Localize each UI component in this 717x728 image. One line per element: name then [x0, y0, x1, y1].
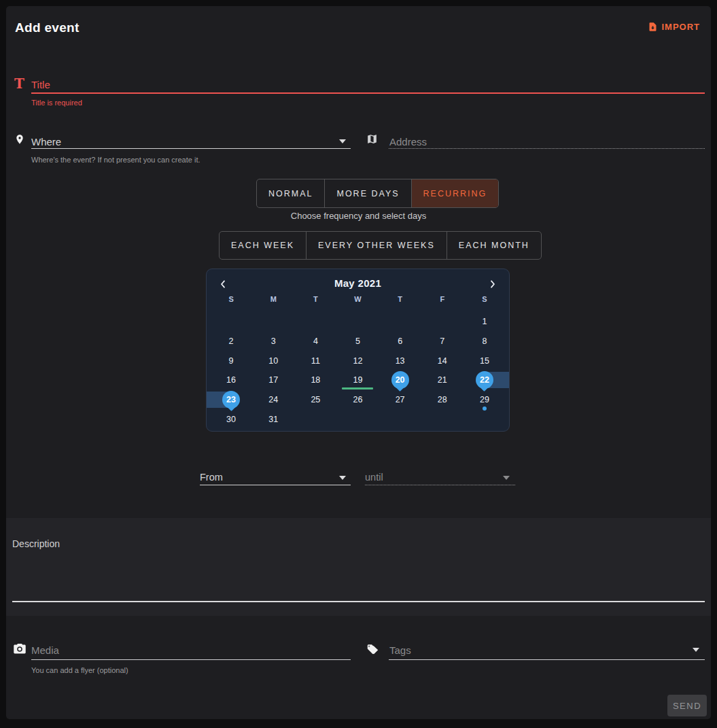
calendar-day[interactable]: 2: [210, 332, 252, 351]
calendar-weekday: W: [336, 295, 379, 303]
frequency-caption: Choose frequency and select days: [6, 211, 711, 221]
description-underline: [12, 601, 705, 602]
calendar-day-number: 14: [438, 356, 447, 366]
calendar-day[interactable]: 4: [294, 332, 336, 351]
calendar-month-title: May 2021: [207, 277, 509, 289]
until-select[interactable]: until: [365, 472, 383, 483]
import-button[interactable]: IMPORT: [648, 21, 700, 33]
frequency-each-month[interactable]: EACH MONTH: [447, 232, 541, 259]
tags-dropdown-caret[interactable]: [693, 648, 699, 652]
calendar-day[interactable]: 7: [421, 332, 464, 351]
calendar-day-number: 29: [480, 395, 489, 404]
calendar-weekday: T: [294, 295, 336, 303]
tags-select[interactable]: Tags: [389, 644, 411, 656]
calendar-day-empty: [379, 312, 421, 332]
where-select[interactable]: Where: [31, 136, 61, 148]
calendar-day-empty: [294, 409, 336, 429]
calendar-day-number: 8: [482, 336, 487, 346]
calendar-day-number: 18: [311, 375, 320, 385]
send-button[interactable]: SEND: [667, 695, 707, 716]
calendar-weekday-header: SMTWTFS: [210, 295, 506, 303]
calendar-day[interactable]: 23: [210, 390, 252, 410]
calendar-day-empty: [421, 409, 464, 429]
calendar-day[interactable]: 30: [210, 409, 252, 429]
address-underline: [389, 148, 705, 149]
calendar-day[interactable]: 18: [294, 370, 336, 390]
calendar-day[interactable]: 1: [464, 312, 506, 332]
calendar-day[interactable]: 5: [336, 332, 379, 351]
calendar-day[interactable]: 21: [421, 370, 464, 390]
calendar-day[interactable]: 3: [252, 332, 294, 351]
calendar-day[interactable]: 13: [379, 351, 421, 370]
calendar-day[interactable]: 17: [252, 370, 294, 390]
calendar-day[interactable]: 15: [464, 351, 506, 370]
calendar-day[interactable]: 25: [294, 390, 336, 410]
calendar-day[interactable]: 31: [252, 409, 294, 429]
calendar-day[interactable]: 9: [210, 351, 252, 370]
tab-normal[interactable]: NORMAL: [257, 179, 324, 207]
calendar-day[interactable]: 11: [294, 351, 336, 370]
calendar-weekday: F: [421, 295, 464, 303]
calendar-day-empty: [336, 409, 379, 429]
calendar-day[interactable]: 16: [210, 370, 252, 390]
calendar-day-number: 2: [229, 336, 234, 346]
calendar-day[interactable]: 12: [336, 351, 379, 370]
calendar-day-number: 25: [311, 395, 320, 404]
calendar-day[interactable]: 27: [379, 390, 421, 410]
calendar-day[interactable]: 19: [336, 370, 379, 390]
calendar-day[interactable]: 24: [252, 390, 294, 410]
calendar-day-number: 10: [268, 356, 278, 366]
calendar-day[interactable]: 6: [379, 332, 421, 351]
calendar-day-number: 24: [268, 395, 278, 404]
from-dropdown-caret[interactable]: [339, 476, 346, 480]
from-select[interactable]: From: [200, 472, 223, 483]
location-pin-icon: [14, 133, 25, 146]
file-import-icon: [648, 21, 658, 33]
calendar-day-selected[interactable]: 20: [391, 371, 409, 389]
tab-more-days[interactable]: MORE DAYS: [324, 179, 410, 207]
calendar-day-empty: [252, 312, 294, 332]
calendar-day-number: 12: [353, 356, 363, 366]
calendar-day-number: 27: [396, 395, 405, 404]
calendar-day-number: 7: [440, 336, 444, 346]
title-icon: T: [14, 77, 24, 90]
calendar-day-number: 31: [268, 415, 278, 424]
address-input[interactable]: Address: [389, 136, 427, 148]
frequency-each-week[interactable]: EACH WEEK: [220, 232, 306, 259]
calendar-day[interactable]: 14: [421, 351, 464, 370]
calendar-day-grid: 1234567891011121314151617181920212223242…: [210, 312, 506, 429]
tags-icon: [366, 644, 381, 656]
calendar-day-empty: [464, 409, 506, 429]
map-icon: [366, 133, 378, 145]
calendar-day-number: 17: [268, 375, 278, 385]
where-dropdown-caret[interactable]: [339, 139, 346, 143]
calendar-day-number: 9: [229, 356, 234, 366]
tab-recurring[interactable]: RECURRING: [411, 179, 499, 207]
calendar-day[interactable]: 29: [464, 390, 506, 410]
calendar-day[interactable]: 26: [336, 390, 379, 410]
calendar-day-number: 5: [355, 336, 360, 346]
page-title: Add event: [15, 20, 80, 35]
until-dropdown-caret: [503, 476, 510, 480]
calendar-day[interactable]: 20: [379, 370, 421, 390]
calendar-day-number: 28: [438, 395, 447, 404]
calendar-day[interactable]: 8: [464, 332, 506, 351]
calendar-day[interactable]: 10: [252, 351, 294, 370]
calendar-day-number: 13: [396, 356, 405, 366]
calendar-day-selected[interactable]: 22: [476, 371, 493, 389]
calendar-day-selected[interactable]: 23: [222, 391, 240, 409]
frequency-every-other-weeks[interactable]: EVERY OTHER WEEKS: [306, 232, 447, 259]
calendar-next-month-icon[interactable]: [485, 276, 501, 292]
media-input[interactable]: Media: [31, 644, 59, 656]
calendar-day[interactable]: 28: [421, 390, 464, 410]
calendar-day-number: 26: [353, 395, 363, 404]
camera-icon: [14, 644, 26, 655]
where-helper: Where's the event? If not present you ca…: [31, 156, 200, 164]
until-underline: [365, 485, 515, 485]
title-input[interactable]: Title: [31, 79, 50, 90]
calendar-day-number: 4: [313, 336, 318, 346]
title-underline: [31, 92, 705, 94]
calendar-day-number: 21: [438, 375, 447, 385]
calendar-day-number: 19: [353, 375, 363, 385]
calendar-day[interactable]: 22: [464, 370, 506, 390]
